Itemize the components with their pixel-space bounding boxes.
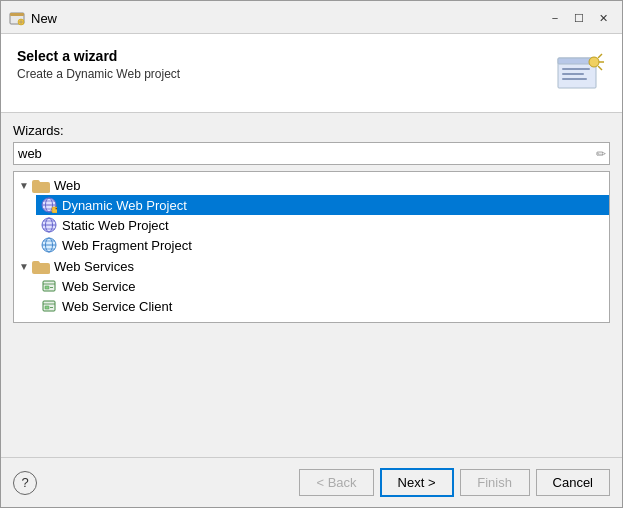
svg-line-13 <box>598 66 602 70</box>
web-fragment-project-label: Web Fragment Project <box>62 238 192 253</box>
svg-rect-7 <box>562 68 590 70</box>
dynamic-web-icon: + <box>40 197 58 213</box>
web-children: + Dynamic Web Project <box>14 195 609 255</box>
web-services-expand-arrow: ▼ <box>18 261 30 273</box>
footer: ? < Back Next > Finish Cancel <box>1 457 622 507</box>
tree-group-web-services: ▼ Web Services <box>14 257 609 316</box>
wizard-tree[interactable]: ▼ Web <box>13 171 610 323</box>
static-web-icon <box>40 217 58 233</box>
tree-item-web-service-client[interactable]: Web Service Client <box>36 296 609 316</box>
static-web-project-label: Static Web Project <box>62 218 169 233</box>
content-area: Wizards: ✏ ▼ Web <box>1 113 622 333</box>
window-controls: − ☐ ✕ <box>544 7 614 29</box>
svg-rect-37 <box>45 306 49 309</box>
web-services-folder-icon <box>32 260 50 274</box>
header-text: Select a wizard Create a Dynamic Web pro… <box>17 48 180 81</box>
svg-rect-33 <box>45 286 49 289</box>
titlebar: New − ☐ ✕ <box>1 1 622 34</box>
help-button[interactable]: ? <box>13 471 37 495</box>
web-expand-arrow: ▼ <box>18 180 30 192</box>
tree-group-web-header[interactable]: ▼ Web <box>14 176 609 195</box>
header-subtitle: Create a Dynamic Web project <box>17 67 180 81</box>
svg-rect-1 <box>10 13 24 16</box>
maximize-button[interactable]: ☐ <box>568 7 590 29</box>
web-service-icon <box>40 278 58 294</box>
search-clear-icon[interactable]: ✏ <box>596 147 606 161</box>
close-button[interactable]: ✕ <box>592 7 614 29</box>
web-folder-icon <box>32 179 50 193</box>
new-wizard-dialog: New − ☐ ✕ Select a wizard Create a Dynam… <box>0 0 623 508</box>
tree-item-static-web-project[interactable]: Static Web Project <box>36 215 609 235</box>
window-icon <box>9 10 25 26</box>
web-group-label: Web <box>54 178 81 193</box>
svg-rect-9 <box>562 78 587 80</box>
wizards-label: Wizards: <box>13 123 610 138</box>
wizard-header-icon <box>554 48 606 100</box>
tree-group-web-services-header[interactable]: ▼ Web Services <box>14 257 609 276</box>
tree-item-web-fragment-project[interactable]: Web Fragment Project <box>36 235 609 255</box>
web-services-group-label: Web Services <box>54 259 134 274</box>
svg-line-11 <box>598 54 602 58</box>
tree-item-web-service[interactable]: Web Service <box>36 276 609 296</box>
header-section: Select a wizard Create a Dynamic Web pro… <box>1 34 622 113</box>
back-button[interactable]: < Back <box>299 469 373 496</box>
svg-point-10 <box>589 57 599 67</box>
footer-spacer <box>1 333 622 457</box>
minimize-button[interactable]: − <box>544 7 566 29</box>
dynamic-web-project-label: Dynamic Web Project <box>62 198 187 213</box>
tree-group-web: ▼ Web <box>14 176 609 255</box>
web-services-children: Web Service Web Service Client <box>14 276 609 316</box>
svg-rect-8 <box>562 73 584 75</box>
web-service-client-label: Web Service Client <box>62 299 172 314</box>
web-fragment-icon <box>40 237 58 253</box>
search-input[interactable] <box>13 142 610 165</box>
svg-text:+: + <box>55 201 57 214</box>
header-title: Select a wizard <box>17 48 180 64</box>
search-wrapper: ✏ <box>13 142 610 165</box>
finish-button[interactable]: Finish <box>460 469 530 496</box>
web-service-client-icon <box>40 298 58 314</box>
next-button[interactable]: Next > <box>380 468 454 497</box>
cancel-button[interactable]: Cancel <box>536 469 610 496</box>
window-title: New <box>31 11 544 26</box>
web-service-label: Web Service <box>62 279 135 294</box>
tree-item-dynamic-web-project[interactable]: + Dynamic Web Project <box>36 195 609 215</box>
